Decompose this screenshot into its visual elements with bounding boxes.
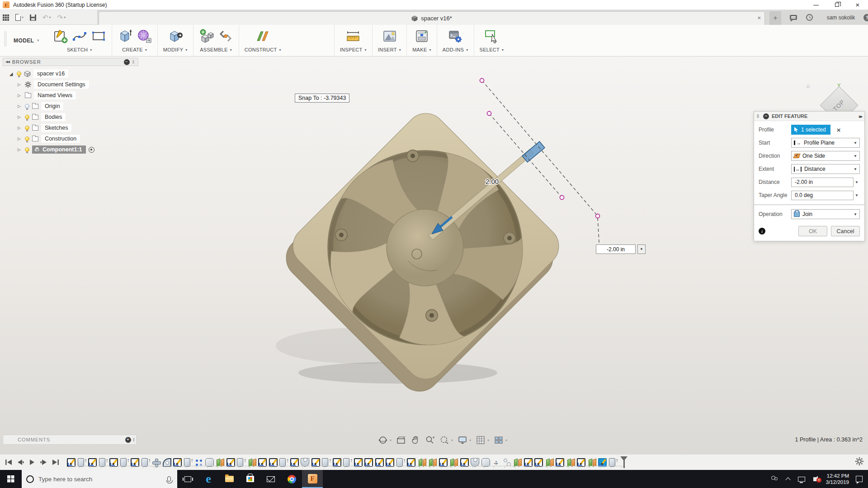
visibility-bulb-icon[interactable] — [25, 147, 29, 152]
timeline-feature-plane-icon[interactable] — [566, 458, 575, 467]
visibility-bulb-icon[interactable] — [17, 71, 21, 76]
dialog-dock-icon[interactable]: ▸▸ — [859, 114, 862, 119]
timeline-feature-pattern-icon[interactable] — [194, 458, 203, 467]
visibility-bulb-icon[interactable] — [25, 115, 29, 119]
go-to-start-button[interactable] — [4, 458, 14, 467]
browser-item-named-views[interactable]: ▷ Named Views — [3, 90, 138, 101]
save-button[interactable] — [30, 14, 36, 21]
people-button[interactable] — [767, 470, 782, 488]
timeline-feature-joint-icon[interactable] — [503, 458, 511, 467]
timeline-feature-plane-icon[interactable] — [449, 458, 458, 467]
action-center-button[interactable] — [852, 470, 868, 488]
taper-angle-field[interactable]: 0.0 deg — [791, 191, 854, 200]
fusion360-taskbar-button[interactable]: F — [302, 470, 323, 488]
timeline-feature-sketch-icon[interactable] — [524, 458, 533, 467]
timeline-feature-sketch-icon[interactable] — [375, 458, 384, 467]
distance-dropdown-caret[interactable]: ▼ — [637, 244, 646, 254]
viewports-button[interactable]: ▾ — [493, 434, 508, 446]
timeline-feature-sketch-icon[interactable] — [460, 458, 469, 467]
timeline-feature-sketch-icon[interactable] — [386, 458, 394, 467]
grid-snap-button[interactable]: ▾ — [475, 434, 490, 446]
timeline-feature-extrude-icon[interactable] — [142, 458, 148, 467]
tab-close-icon[interactable]: × — [757, 14, 761, 21]
dialog-collapse-icon[interactable]: − — [763, 113, 769, 119]
user-account-button[interactable]: sam sokolik — [823, 10, 859, 25]
select-button[interactable] — [484, 28, 499, 44]
orbit-button[interactable]: ▾ — [377, 434, 392, 446]
browser-item-bodies[interactable]: ▷ Bodies — [3, 112, 138, 122]
store-button[interactable] — [240, 470, 260, 488]
timeline-feature-hole-icon[interactable] — [471, 458, 479, 467]
expand-icon[interactable]: ◢ — [8, 71, 14, 76]
timeline-settings-gear-icon[interactable] — [855, 457, 863, 467]
distance-input[interactable]: -2.00 in — [596, 244, 636, 254]
expand-icon[interactable]: ▷ — [16, 104, 22, 108]
press-pull-button[interactable] — [168, 28, 183, 44]
network-button[interactable] — [794, 470, 809, 488]
timeline-feature-plane-icon[interactable] — [428, 458, 437, 467]
timeline-feature-extrude-icon[interactable] — [120, 458, 127, 467]
timeline-feature-sketch-icon[interactable] — [290, 458, 299, 467]
ribbon-group-label-construct[interactable]: CONSTRUCT▾ — [245, 47, 281, 52]
look-at-button[interactable] — [395, 434, 407, 446]
start-button[interactable] — [0, 470, 22, 488]
help-button[interactable]: ? — [861, 10, 868, 25]
timeline-feature-sketch-icon[interactable] — [88, 458, 97, 467]
ribbon-group-label-create[interactable]: CREATE▾ — [122, 47, 147, 52]
ribbon-group-label-inspect[interactable]: INSPECT▾ — [340, 47, 367, 52]
timeline-feature-box-icon[interactable] — [205, 458, 214, 467]
timeline-feature-sketch-icon[interactable] — [598, 458, 607, 467]
browser-item-root[interactable]: ◢ spacer v16 — [3, 68, 138, 79]
joint-button[interactable] — [218, 28, 233, 44]
microphone-icon[interactable] — [167, 476, 171, 482]
ribbon-group-label-addins[interactable]: ADD-INS▾ — [443, 47, 468, 52]
expand-icon[interactable]: ▷ — [16, 126, 22, 130]
comments-panel-button[interactable] — [787, 10, 800, 25]
taskbar-search[interactable]: Type here to search — [22, 470, 177, 488]
timeline-feature-move-icon[interactable] — [492, 458, 500, 467]
browser-item-component1[interactable]: ▷ Component1:1 — [3, 144, 138, 155]
undo-button[interactable]: ↶▾ — [42, 14, 51, 22]
rectangle-sketch-button[interactable] — [91, 28, 106, 44]
timeline-feature-plane-icon[interactable] — [216, 458, 224, 467]
timeline-feature-plane-icon[interactable] — [545, 458, 554, 467]
browser-item-sketches[interactable]: ▷ Sketches — [3, 122, 138, 133]
volume-button[interactable] — [809, 470, 823, 488]
visibility-bulb-icon[interactable] — [25, 126, 29, 130]
redo-button[interactable]: ↷▾ — [57, 14, 66, 22]
close-button[interactable]: × — [847, 0, 868, 10]
activate-component-radio[interactable] — [89, 147, 94, 153]
timeline-feature-plane-icon[interactable] — [418, 458, 426, 467]
timeline-feature-plane-icon[interactable] — [248, 458, 256, 467]
profile-selected-chip[interactable]: 1 selected — [791, 125, 830, 135]
ribbon-group-label-select[interactable]: SELECT▾ — [480, 47, 504, 52]
timeline-feature-extrude-icon[interactable] — [609, 458, 615, 467]
addins-button[interactable] — [448, 28, 463, 44]
clock[interactable]: 12:42 PM 3/12/2019 — [823, 470, 852, 488]
spline-button[interactable] — [72, 28, 87, 44]
go-to-end-button[interactable] — [51, 458, 61, 467]
ribbon-group-label-insert[interactable]: INSERT▾ — [378, 47, 401, 52]
timeline-feature-plane-icon[interactable] — [588, 458, 596, 467]
create-sketch-button[interactable] — [53, 28, 68, 44]
timeline-feature-sketch-icon[interactable] — [534, 458, 543, 467]
task-view-button[interactable] — [177, 470, 198, 488]
job-status-button[interactable] — [802, 10, 816, 25]
play-button[interactable] — [27, 458, 37, 467]
info-icon[interactable]: i — [759, 228, 765, 235]
timeline-feature-sketch-icon[interactable] — [556, 458, 564, 467]
timeline-feature-combine-icon[interactable] — [152, 458, 160, 467]
browser-item-origin[interactable]: ▷ Origin — [3, 101, 138, 112]
operation-dropdown[interactable]: Join ▼ — [791, 209, 860, 219]
timeline-feature-sketch-icon[interactable] — [226, 458, 235, 467]
home-icon[interactable]: ⌂ — [807, 83, 810, 89]
show-hidden-icons-button[interactable] — [782, 470, 794, 488]
clear-selection-icon[interactable]: × — [837, 126, 841, 134]
timeline-feature-sketch-icon[interactable] — [269, 458, 278, 467]
timeline-feature-sketch-icon[interactable] — [173, 458, 182, 467]
make-3dprint-button[interactable] — [414, 28, 429, 44]
timeline-feature-hole-icon[interactable] — [301, 458, 309, 467]
step-forward-button[interactable] — [39, 458, 49, 467]
visibility-bulb-off-icon[interactable] — [25, 104, 29, 108]
timeline-feature-sketch-icon[interactable] — [577, 458, 585, 467]
